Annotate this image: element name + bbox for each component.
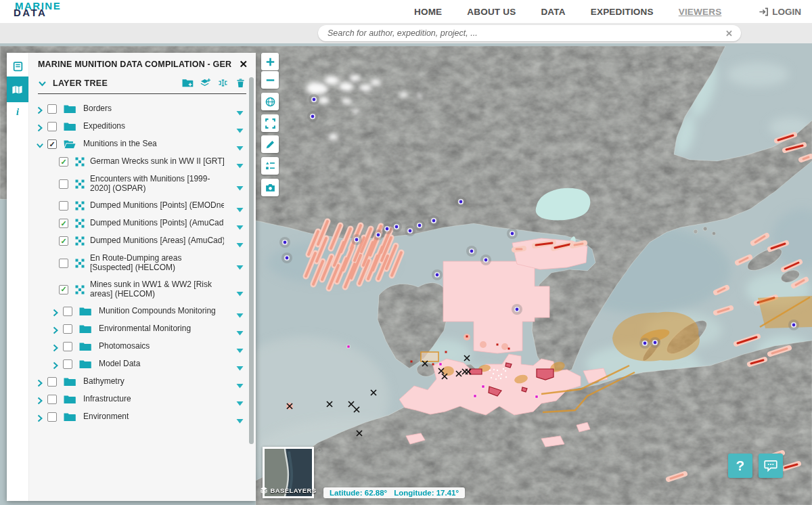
globe-button[interactable] <box>261 93 279 110</box>
search-bar[interactable]: ✕ <box>318 25 741 41</box>
legend-button[interactable] <box>261 157 279 175</box>
checkbox-environmental-monitoring[interactable] <box>63 324 72 334</box>
checkbox-infrastructure[interactable] <box>47 395 57 404</box>
checkbox-bathymetry[interactable] <box>47 377 57 387</box>
tree-group-borders[interactable]: Borders <box>32 100 245 118</box>
nav-item-about-us[interactable]: ABOUT US <box>467 7 516 17</box>
layer-label: Model Data <box>99 359 140 369</box>
folder-icon <box>79 359 91 369</box>
tree-layer-dumped-munitions-areas-amucad[interactable]: ✓Dumped Munitions [Areas] (AmuCad) <box>32 232 245 250</box>
checkbox-model-data[interactable] <box>63 359 72 369</box>
add-folder-icon[interactable] <box>182 78 194 88</box>
layer-options-caret[interactable] <box>236 261 244 266</box>
layer-options-caret[interactable] <box>236 203 244 208</box>
checkbox-dumped-munitions-points-emodnet[interactable] <box>59 201 68 211</box>
tree-layer-mines-sunk-in-ww1-ww2-risk-areas-helcom[interactable]: ✓Mines sunk in WW1 & WW2 [Risk areas] (H… <box>32 276 245 303</box>
tree-group-environmental-monitoring[interactable]: Environmental Monitoring <box>32 320 245 338</box>
layer-options-caret[interactable] <box>236 326 244 332</box>
layer-label: Environmental Monitoring <box>99 324 191 334</box>
folder-icon <box>79 307 91 316</box>
layer-options-caret[interactable] <box>236 309 244 314</box>
nav-item-data[interactable]: DATA <box>541 7 565 17</box>
tree-group-munition-compounds-monitoring[interactable]: Munition Compounds Monitoring <box>32 303 245 320</box>
chevron-right-icon[interactable] <box>36 123 44 131</box>
layer-options-caret[interactable] <box>236 106 244 112</box>
tree-layer-german-wrecks-sunk-in-ww-ii-grt[interactable]: ✓German Wrecks sunk in WW II [GRT] <box>32 153 245 171</box>
search-strip: ✕ <box>0 23 812 43</box>
layer-options-caret[interactable] <box>236 159 244 164</box>
checkbox-borders[interactable] <box>47 104 57 114</box>
layer-options-caret[interactable] <box>236 181 244 187</box>
checkbox-encounters-with-munitions-1999-2020-ospa[interactable] <box>59 179 68 189</box>
chevron-right-icon[interactable] <box>36 395 44 403</box>
chevron-right-icon[interactable] <box>51 360 60 368</box>
layer-options-caret[interactable] <box>236 397 244 402</box>
checkbox-environment[interactable] <box>47 412 57 422</box>
marine-data-logo[interactable]: MARINE DATA <box>15 2 61 17</box>
checkbox-german-wrecks-sunk-in-ww-ii-grt[interactable]: ✓ <box>59 157 68 167</box>
feedback-button[interactable] <box>759 454 783 478</box>
layer-options-caret[interactable] <box>236 361 244 367</box>
layer-options-caret[interactable] <box>236 414 244 420</box>
tree-layer-dumped-munitions-points-amucad[interactable]: ✓Dumped Munitions [Points] (AmuCad) <box>32 215 245 232</box>
nav-item-viewers[interactable]: VIEWERS <box>679 7 722 17</box>
chevron-right-icon[interactable] <box>36 105 44 113</box>
tree-group-infrastructure[interactable]: Infrastructure <box>32 391 245 408</box>
checkbox-mines-sunk-in-ww1-ww2-risk-areas-helcom[interactable]: ✓ <box>59 285 68 294</box>
chevron-right-icon[interactable] <box>51 307 60 315</box>
nav-item-expeditions[interactable]: EXPEDITIONS <box>591 7 654 17</box>
tree-group-bathymetry[interactable]: Bathymetry <box>32 373 245 391</box>
chevron-right-icon[interactable] <box>36 378 44 386</box>
chevron-right-icon[interactable] <box>51 343 60 351</box>
tree-group-photomosaics[interactable]: Photomosaics <box>32 338 245 355</box>
legend-book-icon[interactable] <box>7 56 28 76</box>
zoom-in-button[interactable] <box>261 53 279 70</box>
checkbox-dumped-munitions-areas-amucad[interactable]: ✓ <box>59 236 68 246</box>
layer-options-caret[interactable] <box>236 124 244 129</box>
layer-label: Bathymetry <box>83 377 125 387</box>
panel-scrollbar[interactable] <box>249 77 254 444</box>
checkbox-expeditions[interactable] <box>47 122 57 131</box>
info-icon[interactable]: i <box>7 102 28 121</box>
tree-group-environment[interactable]: Environment <box>32 408 245 426</box>
zoom-extent-button[interactable] <box>261 114 279 132</box>
draw-button[interactable] <box>261 135 279 153</box>
chevron-down-icon[interactable] <box>36 140 44 148</box>
nav-item-home[interactable]: HOME <box>414 7 442 17</box>
help-button[interactable]: ? <box>728 454 752 478</box>
layer-options-caret[interactable] <box>236 141 244 147</box>
tree-layer-dumped-munitions-points-emodnet[interactable]: Dumped Munitions [Points] (EMODnet) <box>32 197 245 215</box>
checkbox-munitions-in-the-sea[interactable]: ✓ <box>47 139 57 149</box>
login-button[interactable]: LOGIN <box>759 0 801 23</box>
chevron-right-icon[interactable] <box>36 413 44 421</box>
rename-layer-icon[interactable] <box>217 78 229 88</box>
layer-options-caret[interactable] <box>236 287 244 292</box>
layer-options-caret[interactable] <box>236 221 244 226</box>
search-clear-icon[interactable]: ✕ <box>720 28 733 39</box>
layer-tree-header: LAYER TREE <box>38 74 246 94</box>
checkbox-munition-compounds-monitoring[interactable] <box>63 307 72 316</box>
layer-options-caret[interactable] <box>236 379 244 385</box>
screenshot-button[interactable] <box>261 179 279 196</box>
layer-symbol-icon <box>75 236 85 246</box>
collapse-section-icon[interactable] <box>38 79 47 87</box>
tree-layer-encounters-with-munitions-1999-2020-ospa[interactable]: Encounters with Munitions [1999-2020] (O… <box>32 171 245 197</box>
folder-icon <box>64 139 76 149</box>
tree-group-munitions-in-the-sea[interactable]: ✓Munitions in the Sea <box>32 135 245 153</box>
tree-layer-en-route-dumping-areas-suspected-helcom[interactable]: En Route-Dumping areas [Suspected] (HELC… <box>32 250 245 276</box>
map-icon[interactable] <box>7 76 28 102</box>
tree-group-expeditions[interactable]: Expeditions <box>32 118 245 135</box>
checkbox-photomosaics[interactable] <box>63 342 72 351</box>
layer-options-caret[interactable] <box>236 344 244 349</box>
delete-layer-icon[interactable] <box>235 78 246 88</box>
panel-close-icon[interactable]: ✕ <box>239 60 248 69</box>
add-layer-icon[interactable] <box>200 78 211 88</box>
layer-options-caret[interactable] <box>236 238 244 244</box>
search-input[interactable] <box>326 28 720 39</box>
zoom-out-button[interactable] <box>261 71 279 89</box>
checkbox-en-route-dumping-areas-suspected-helcom[interactable] <box>59 259 68 268</box>
chevron-right-icon[interactable] <box>51 325 60 333</box>
checkbox-dumped-munitions-points-amucad[interactable]: ✓ <box>59 219 68 228</box>
baselayers-switcher[interactable]: BASELAYERS <box>263 447 314 498</box>
tree-group-model-data[interactable]: Model Data <box>32 355 245 373</box>
